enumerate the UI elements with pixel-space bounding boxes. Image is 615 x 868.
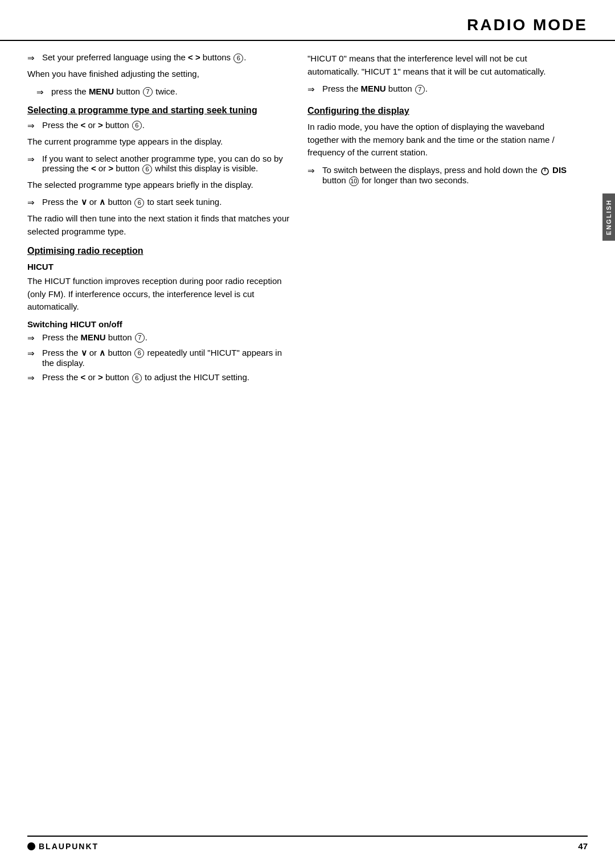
para3: The selected programme type appears brie… — [27, 179, 290, 192]
arrow-icon-3: ⇒ — [27, 121, 40, 131]
circle-6-press: 6 — [132, 121, 142, 130]
para1: When you have finished adjusting the set… — [27, 68, 290, 81]
left-column: ⇒ Set your preferred language using the … — [27, 52, 290, 388]
hicut-para: The HICUT function improves reception du… — [27, 275, 290, 314]
sw1-text: Press the MENU button 7. — [42, 332, 290, 343]
config-para: In radio mode, you have the option of di… — [308, 121, 571, 159]
arrow-icon-5: ⇒ — [27, 198, 40, 208]
arrow-icon-1: ⇒ — [27, 53, 40, 63]
sw3-text: Press the < or > button 6 to adjust the … — [42, 372, 290, 383]
press-or-bullet: ⇒ Press the < or > button 6. — [27, 120, 290, 131]
switch-text: To switch between the displays, press an… — [322, 165, 571, 186]
hicut-intro1: "HICUT 0" means that the interference le… — [308, 52, 571, 78]
section2-heading: Optimising radio reception — [27, 246, 290, 256]
intro-bullet-text: Set your preferred language using the < … — [42, 52, 290, 63]
arrow-icon-4: ⇒ — [27, 154, 40, 164]
circle-7-sw1: 7 — [135, 333, 145, 343]
right-menu-bullet: ⇒ Press the MENU button 7. — [308, 84, 571, 94]
right-column: "HICUT 0" means that the interference le… — [308, 52, 588, 388]
arrow-icon-8: ⇒ — [27, 373, 40, 383]
seek-bullet: ⇒ Press the ∨ or ∧ button 6 to start see… — [27, 197, 290, 208]
circle-6-sw2: 6 — [134, 348, 144, 358]
arrow-icon-r2: ⇒ — [308, 166, 320, 176]
circle-10: 10 — [349, 176, 359, 186]
config-heading: Configuring the display — [308, 106, 571, 116]
para4: The radio will then tune into the next s… — [27, 212, 290, 238]
switch-bullet: ⇒ To switch between the displays, press … — [308, 165, 571, 186]
side-tab-english: ENGLISH — [602, 194, 615, 241]
circle-6-intro: 6 — [233, 54, 243, 63]
switching-subheading: Switching HICUT on/off — [27, 319, 290, 329]
hicut-subheading: HICUT — [27, 262, 290, 271]
right-menu-text: Press the MENU button 7. — [322, 84, 571, 94]
if-want-text: If you want to select another programme … — [42, 154, 290, 174]
page-footer: BLAUPUNKT 47 — [27, 836, 588, 851]
circle-6-if: 6 — [142, 164, 152, 174]
page-number: 47 — [578, 841, 588, 851]
section1-heading: Selecting a programme type and starting … — [27, 105, 290, 116]
sw1-bullet: ⇒ Press the MENU button 7. — [27, 332, 290, 343]
menu-bullet-item: ⇒ press the MENU button 7 twice. — [36, 87, 290, 97]
page-title: RADIO MODE — [467, 16, 588, 34]
intro-bullet-item: ⇒ Set your preferred language using the … — [27, 52, 290, 63]
arrow-icon-7: ⇒ — [27, 348, 40, 359]
arrow-icon-2: ⇒ — [36, 87, 49, 97]
sw3-bullet: ⇒ Press the < or > button 6 to adjust th… — [27, 372, 290, 383]
circle-7-menu: 7 — [143, 87, 153, 97]
para2: The current programme type appears in th… — [27, 135, 290, 149]
page-header: RADIO MODE — [0, 0, 615, 41]
dis-power-icon — [541, 166, 549, 175]
brand-logo: BLAUPUNKT — [27, 842, 99, 851]
brand-dot — [27, 842, 35, 850]
press-or-text: Press the < or > button 6. — [42, 120, 290, 131]
circle-6-sw3: 6 — [132, 373, 142, 383]
seek-text: Press the ∨ or ∧ button 6 to start seek … — [42, 197, 290, 208]
arrow-icon-6: ⇒ — [27, 333, 40, 343]
circle-7-right: 7 — [415, 85, 425, 94]
if-want-bullet: ⇒ If you want to select another programm… — [27, 154, 290, 174]
arrow-icon-r1: ⇒ — [308, 84, 320, 94]
menu-bullet-text: press the MENU button 7 twice. — [51, 87, 290, 97]
circle-6-seek: 6 — [134, 198, 144, 208]
brand-name: BLAUPUNKT — [39, 842, 99, 851]
content-area: ⇒ Set your preferred language using the … — [0, 41, 615, 388]
sw2-bullet: ⇒ Press the ∨ or ∧ button 6 repeatedly u… — [27, 348, 290, 368]
sw2-text: Press the ∨ or ∧ button 6 repeatedly unt… — [42, 348, 290, 368]
page: RADIO MODE ENGLISH ⇒ Set your preferred … — [0, 0, 615, 868]
